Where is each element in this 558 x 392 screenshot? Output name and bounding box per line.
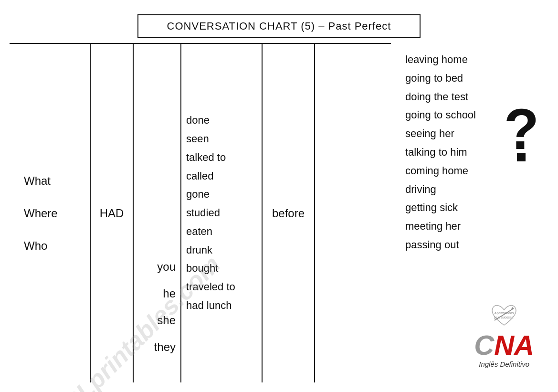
- wh-word-who: Who: [24, 239, 58, 253]
- chart-area: What Where Who HAD you he she they: [10, 43, 391, 382]
- verbs-list: done seen talked to called gone studied …: [186, 113, 235, 313]
- title-box: CONVERSATION CHART (5) – Past Perfect: [137, 14, 421, 38]
- pronoun-he: he: [163, 287, 176, 300]
- wh-words-list: What Where Who: [24, 174, 58, 253]
- right-section: leaving home going to bed doing the test…: [391, 43, 548, 382]
- pronoun-they: they: [154, 340, 176, 354]
- verb-called: called: [186, 169, 235, 184]
- pronouns-list: you he she they: [154, 260, 176, 354]
- cna-logo: Apaixonados pelo sucesso. CNA Inglês Def…: [474, 304, 534, 368]
- had-column: HAD: [91, 44, 134, 382]
- page-title: CONVERSATION CHART (5) – Past Perfect: [167, 20, 391, 32]
- phrase-meeting-her: meeting her: [405, 219, 544, 234]
- phrase-getting-sick: getting sick: [405, 201, 544, 215]
- page-wrapper: CONVERSATION CHART (5) – Past Perfect Wh…: [0, 0, 558, 392]
- pronoun-you: you: [157, 260, 176, 274]
- wh-word-what: What: [24, 174, 58, 188]
- main-content: What Where Who HAD you he she they: [10, 43, 548, 382]
- phrase-leaving-home: leaving home: [405, 53, 544, 67]
- pronoun-column: you he she they: [134, 44, 181, 382]
- verb-eaten: eaten: [186, 224, 235, 239]
- verb-seen: seen: [186, 132, 235, 147]
- verb-drunk: drunk: [186, 243, 235, 258]
- cna-brand-text: CNA: [474, 331, 534, 359]
- question-mark-area: ?: [504, 100, 539, 161]
- square-icon: [517, 153, 526, 161]
- before-word: before: [272, 207, 305, 220]
- heart-icon: Apaixonados pelo sucesso.: [490, 304, 518, 328]
- had-word: HAD: [100, 207, 124, 220]
- verb-done: done: [186, 113, 235, 128]
- verb-column: done seen talked to called gone studied …: [181, 44, 263, 382]
- before-column: before: [263, 44, 315, 382]
- verb-gone: gone: [186, 187, 235, 202]
- phrase-driving: driving: [405, 182, 544, 197]
- phrase-passing-out: passing out: [405, 238, 544, 253]
- verb-traveled: traveled to: [186, 280, 235, 295]
- phrase-going-bed: going to bed: [405, 71, 544, 86]
- pronoun-she: she: [157, 314, 176, 327]
- verb-had-lunch: had lunch: [186, 298, 235, 313]
- wh-column: What Where Who: [10, 44, 91, 382]
- phrase-coming-home: coming home: [405, 164, 544, 179]
- question-mark-icon: ?: [504, 100, 539, 158]
- cna-tagline: Inglês Definitivo: [479, 360, 529, 368]
- verb-bought: bought: [186, 261, 235, 276]
- verb-studied: studied: [186, 206, 235, 221]
- verb-talked: talked to: [186, 150, 235, 165]
- wh-word-where: Where: [24, 207, 58, 220]
